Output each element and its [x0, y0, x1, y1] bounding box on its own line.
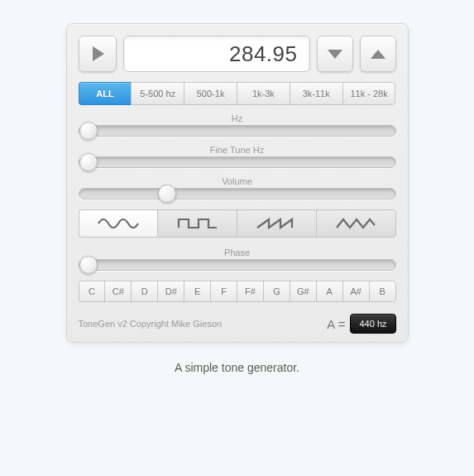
panel-footer: ToneGen v2 Copyright Mike Gieson A = 440… [79, 314, 396, 334]
note-Asharp-button[interactable]: A# [342, 281, 369, 302]
waveform-triangle-button[interactable] [316, 209, 396, 238]
volume-slider-label: Volume [79, 176, 396, 186]
caption: A simple tone generator. [175, 361, 299, 374]
triangle-wave-icon [335, 217, 376, 230]
sine-wave-icon [98, 217, 139, 230]
waveform-square-button[interactable] [157, 209, 237, 238]
phase-slider-group: Phase [79, 248, 396, 271]
square-wave-icon [177, 217, 218, 230]
waveform-sawtooth-button[interactable] [237, 209, 316, 238]
phase-slider-label: Phase [79, 248, 396, 257]
note-Dsharp-button[interactable]: D# [157, 281, 184, 302]
fine-slider-group: Fine Tune Hz [79, 145, 396, 168]
range-tab-5[interactable]: 11k - 28k [342, 82, 396, 105]
hz-slider-label: Hz [79, 113, 396, 123]
play-button[interactable] [79, 36, 117, 72]
a-tuning-group: A = 440 hz [327, 314, 395, 334]
hz-slider-thumb[interactable] [79, 122, 98, 140]
note-Csharp-button[interactable]: C# [104, 281, 131, 302]
play-icon [93, 46, 104, 61]
range-tab-3[interactable]: 1k-3k [237, 82, 290, 105]
range-tab-4[interactable]: 3k-11k [290, 82, 342, 105]
a-tuning-label: A = [327, 317, 345, 331]
range-tab-2[interactable]: 500-1k [184, 82, 237, 105]
hz-slider-group: Hz [79, 113, 396, 137]
frequency-display[interactable]: 284.95 [123, 36, 310, 72]
freq-step-up-button[interactable] [360, 36, 396, 72]
range-tab-0[interactable]: ALL [79, 82, 132, 105]
note-Fsharp-button[interactable]: F# [237, 281, 263, 302]
range-tab-1[interactable]: 5-500 hz [131, 82, 184, 105]
fine-tune-slider-thumb[interactable] [79, 153, 98, 171]
a-tuning-value[interactable]: 440 hz [350, 314, 395, 334]
note-C-button[interactable]: C [79, 281, 105, 302]
hz-slider[interactable] [79, 125, 396, 137]
note-F-button[interactable]: F [210, 281, 237, 302]
note-selector: CC#DD#EFF#GG#AA#B [79, 281, 396, 302]
top-controls: 284.95 [79, 36, 396, 72]
chevron-down-icon [328, 50, 342, 59]
copyright-text: ToneGen v2 Copyright Mike Gieson [79, 319, 223, 329]
volume-slider-thumb[interactable] [158, 185, 176, 203]
note-Gsharp-button[interactable]: G# [290, 281, 316, 302]
note-A-button[interactable]: A [316, 281, 342, 302]
waveform-sine-button[interactable] [79, 209, 158, 238]
tone-generator-panel: 284.95 ALL5-500 hz500-1k1k-3k3k-11k11k -… [66, 23, 409, 343]
freq-step-down-button[interactable] [317, 36, 353, 72]
volume-slider[interactable] [79, 188, 396, 200]
phase-slider[interactable] [79, 259, 396, 271]
phase-slider-thumb[interactable] [79, 256, 98, 274]
sawtooth-wave-icon [256, 217, 297, 230]
volume-slider-group: Volume [79, 176, 396, 200]
waveform-selector [79, 209, 396, 238]
note-B-button[interactable]: B [369, 281, 396, 302]
note-D-button[interactable]: D [131, 281, 157, 302]
note-G-button[interactable]: G [263, 281, 290, 302]
fine-tune-slider[interactable] [79, 156, 396, 168]
chevron-up-icon [371, 50, 385, 59]
frequency-range-tabs: ALL5-500 hz500-1k1k-3k3k-11k11k - 28k [79, 82, 396, 105]
fine-slider-label: Fine Tune Hz [79, 145, 396, 155]
note-E-button[interactable]: E [184, 281, 210, 302]
